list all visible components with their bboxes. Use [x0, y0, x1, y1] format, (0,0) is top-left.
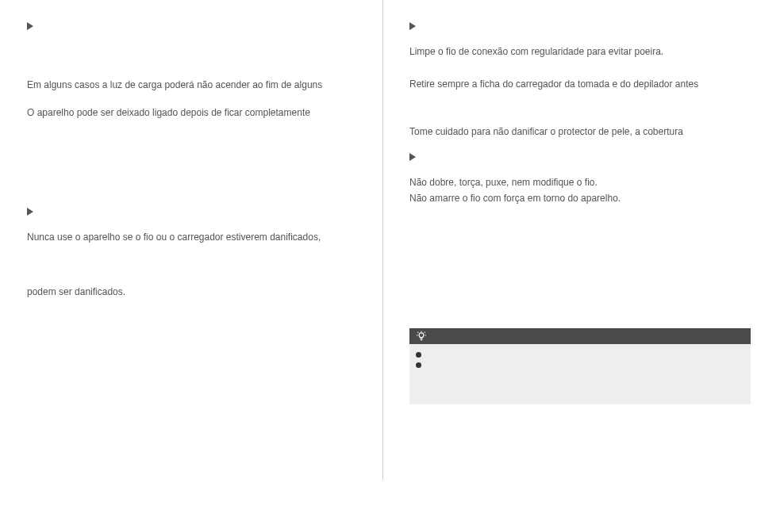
triangle-icon [27, 208, 33, 216]
bullet-icon [416, 352, 421, 358]
right-column: Limpe o fio de conexão com regularidade … [382, 0, 755, 532]
tip-header [409, 328, 751, 344]
lightbulb-icon [416, 331, 427, 342]
tip-bullet-row [416, 352, 744, 358]
triangle-icon [409, 22, 416, 30]
svg-point-0 [419, 333, 424, 338]
paragraph-text: Limpe o fio de conexão com regularidade … [409, 45, 740, 59]
section-marker [409, 153, 740, 165]
left-column: Em alguns casos a luz de carga poderá nã… [0, 0, 382, 532]
paragraph-text: Tome cuidado para não danificar o protec… [409, 125, 740, 139]
paragraph-text: podem ser danificados. [27, 285, 367, 299]
section-marker [27, 208, 367, 220]
paragraph-text: Nunca use o aparelho se o fio ou o carre… [27, 231, 367, 244]
triangle-icon [27, 22, 33, 30]
paragraph-text: O aparelho pode ser deixado ligado depoi… [27, 106, 367, 120]
svg-line-5 [425, 332, 425, 333]
triangle-icon [409, 153, 416, 161]
tip-box [409, 328, 751, 404]
tip-bullet-row [416, 362, 744, 368]
bullet-icon [416, 362, 421, 368]
svg-line-4 [417, 332, 418, 333]
paragraph-text: Não dobre, torça, puxe, nem modifique o … [409, 176, 740, 189]
paragraph-text: Não amarre o fio com força em torno do a… [409, 192, 740, 205]
section-marker [409, 22, 740, 34]
paragraph-text: Em alguns casos a luz de carga poderá nã… [27, 78, 367, 92]
section-marker [27, 22, 367, 34]
tip-body [409, 344, 751, 404]
paragraph-text: Retire sempre a ficha do carregador da t… [409, 78, 740, 91]
